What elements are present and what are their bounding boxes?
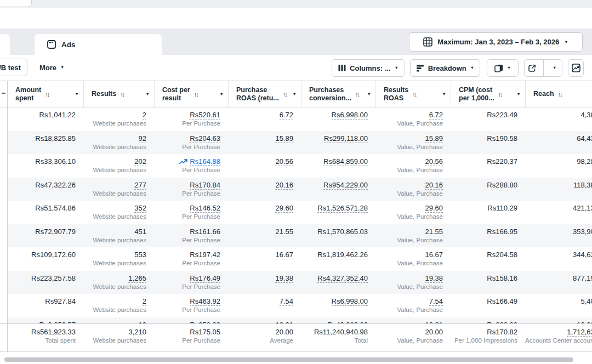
date-range-button[interactable]: Maximum: Jan 3, 2023 – Feb 3, 2026 ▼: [409, 32, 583, 52]
sort-icon[interactable]: ↑↓: [412, 91, 416, 98]
cell-purchase-roas[interactable]: 16.67: [228, 247, 301, 271]
cell-cost-per-result[interactable]: Rs170.84Per Purchase: [154, 178, 228, 201]
cell-purchases-conversion[interactable]: Rs1,526,571.28: [301, 201, 375, 224]
cell-purchases-conversion[interactable]: Rs299,118.00: [301, 131, 375, 155]
column-menu-caret[interactable]: ▼: [220, 92, 224, 96]
cell-cost-per-result[interactable]: Rs161.66Per Purchase: [154, 224, 228, 248]
cell-purchases-conversion[interactable]: Rs6,998.00: [301, 107, 375, 131]
divider: [543, 60, 544, 76]
tab-ads[interactable]: Ads: [35, 34, 162, 55]
cell-purchases-conversion[interactable]: Rs6,998.00: [301, 294, 375, 317]
cell-cost-per-result[interactable]: Rs204.63Per Purchase: [154, 131, 228, 155]
cell-purchase-roas[interactable]: 20.56: [228, 154, 301, 178]
column-menu-caret[interactable]: ▼: [517, 92, 521, 96]
column-header-cpm[interactable]: CPM (costper 1,000...↑↓▼: [451, 81, 525, 107]
cell-cost-per-result[interactable]: Rs463.92Per Purchase: [154, 294, 228, 317]
cell-cost-per-result[interactable]: Rs164.88Per Purchase: [154, 154, 228, 178]
cell-results-roas[interactable]: 15.89Value, Purchase: [375, 131, 451, 155]
table-row: Rs51,574.86352Website purchasesRs146.52P…: [8, 201, 592, 224]
total-results: 3,210 Website purchases: [83, 324, 154, 351]
column-menu-caret[interactable]: ▼: [367, 92, 371, 96]
cell-results-roas[interactable]: 7.54Value, Purchase: [375, 294, 451, 317]
columns-icon: [338, 64, 346, 72]
breakdown-icon: [416, 64, 424, 72]
column-header-reach[interactable]: Reach↑↓▼: [525, 81, 592, 107]
cell-cpm: Rs110.29: [451, 201, 525, 224]
cell-purchases-conversion[interactable]: Rs684,859.00: [301, 154, 375, 178]
reports-button[interactable]: ▼: [487, 59, 519, 77]
cell-results[interactable]: 451Website purchases: [83, 224, 154, 248]
cell-cost-per-result[interactable]: Rs520.61Per Purchase: [154, 107, 228, 131]
column-menu-caret[interactable]: ▼: [75, 92, 79, 96]
cell-cost-per-result[interactable]: Rs176.49Per Purchase: [154, 271, 228, 294]
export-menu-button[interactable]: ▼: [548, 60, 562, 76]
cell-results-roas[interactable]: 20.56Value, Purchase: [375, 154, 451, 178]
cell-purchases-conversion[interactable]: Rs1,819,462.26: [301, 247, 375, 271]
cell-purchases-conversion[interactable]: Rs1,570,865.03: [301, 224, 375, 248]
cell-purchases-conversion[interactable]: Rs954,229.00: [301, 178, 375, 201]
cell-cpm: Rs158.16: [451, 271, 525, 294]
column-header-purchase-roas[interactable]: PurchaseROAS (retu...↑↓▼: [228, 81, 301, 107]
cell-results-roas[interactable]: 12.21Value, Purchase: [375, 317, 451, 324]
sort-icon[interactable]: ↑↓: [558, 91, 562, 98]
cell-results[interactable]: 92Website purchases: [83, 131, 154, 155]
cell-purchase-roas[interactable]: 12.21: [228, 317, 301, 324]
cell-results-roas[interactable]: 6.72Value, Purchase: [375, 107, 451, 131]
view-charts-button[interactable]: [568, 59, 584, 77]
ab-test-button[interactable]: /B test: [0, 59, 27, 76]
cell-purchase-roas[interactable]: 19.38: [228, 271, 301, 294]
column-header-amount-spent[interactable]: Amountspent↑↓▼: [0, 81, 83, 107]
total-reach[interactable]: 1,712,632 Accounts Center accounts: [525, 324, 592, 351]
cell-cost-per-result[interactable]: Rs146.52Per Purchase: [154, 201, 228, 224]
cell-results[interactable]: 2Website purchases: [83, 107, 154, 131]
cell-results-roas[interactable]: 21.55Value, Purchase: [375, 224, 451, 248]
cell-results-roas[interactable]: 29.60Value, Purchase: [375, 201, 451, 224]
column-label: Cost perresult: [162, 86, 190, 103]
cell-results[interactable]: 277Website purchases: [83, 178, 154, 201]
cell-cpm: Rs166.49: [451, 294, 525, 317]
cell-purchases-conversion[interactable]: Rs4,327,352.40: [301, 271, 375, 294]
cell-reach: 877,195: [525, 271, 592, 294]
sort-icon[interactable]: ↑↓: [355, 91, 359, 98]
column-header-purchases-conversion[interactable]: Purchasesconversion...↑↓▼: [301, 81, 375, 107]
sort-icon[interactable]: ↑↓: [45, 91, 49, 98]
horizontal-scrollbar[interactable]: [4, 357, 573, 362]
cell-cost-per-result[interactable]: Rs258.20Per Purchase: [154, 317, 228, 324]
column-header-cost-per-result[interactable]: Cost perresult↑↓▼: [154, 81, 228, 107]
cell-purchase-roas[interactable]: 7.54: [228, 294, 301, 317]
sort-icon[interactable]: ↑↓: [120, 91, 124, 98]
cell-purchase-roas[interactable]: 29.60: [228, 201, 301, 224]
column-menu-caret[interactable]: ▼: [146, 92, 150, 96]
cell-results[interactable]: 553Website purchases: [83, 247, 154, 271]
cell-purchase-roas[interactable]: 21.55: [228, 224, 301, 248]
column-menu-caret[interactable]: ▼: [293, 92, 297, 96]
cell-purchase-roas[interactable]: 15.89: [228, 131, 301, 155]
sort-icon[interactable]: ↑↓: [283, 91, 287, 98]
sort-icon[interactable]: ↑↓: [194, 91, 198, 98]
select-all-checkbox-partial[interactable]: [2, 93, 5, 94]
column-header-results[interactable]: Results↑↓▼: [83, 81, 154, 107]
tab-partial-left[interactable]: [0, 34, 10, 55]
cell-results[interactable]: 1,265Website purchases: [83, 271, 154, 294]
cell-reach: 98,285: [525, 154, 592, 178]
cell-results[interactable]: 2Website purchases: [83, 294, 154, 317]
cell-cost-per-result[interactable]: Rs197.42Per Purchase: [154, 247, 228, 271]
sort-icon[interactable]: ↑↓: [498, 91, 502, 98]
cell-results-roas[interactable]: 20.16Value, Purchase: [375, 178, 451, 201]
table-row: Rs3,356.5713Website purchasesRs258.20Per…: [8, 317, 592, 324]
cell-purchase-roas[interactable]: 6.72: [228, 107, 301, 131]
cell-results-roas[interactable]: 19.38Value, Purchase: [375, 271, 451, 294]
cell-results-roas[interactable]: 16.67Value, Purchase: [375, 247, 451, 271]
columns-button[interactable]: Columns: ... ▼: [332, 59, 405, 77]
column-header-results-roas[interactable]: ResultsROAS↑↓▼: [375, 81, 451, 107]
cell-results[interactable]: 202Website purchases: [83, 154, 154, 178]
more-button[interactable]: More ▼: [39, 59, 65, 76]
export-button[interactable]: [525, 60, 539, 76]
cell-results[interactable]: 352Website purchases: [83, 201, 154, 224]
cell-purchase-roas[interactable]: 20.16: [228, 178, 301, 201]
cell-results[interactable]: 13Website purchases: [83, 317, 154, 324]
cell-cpm: Rs222.23: [451, 317, 525, 324]
breakdown-button[interactable]: Breakdown ▼: [410, 59, 480, 77]
column-menu-caret[interactable]: ▼: [442, 92, 446, 96]
cell-purchases-conversion[interactable]: Rs40,989.00: [301, 317, 375, 324]
